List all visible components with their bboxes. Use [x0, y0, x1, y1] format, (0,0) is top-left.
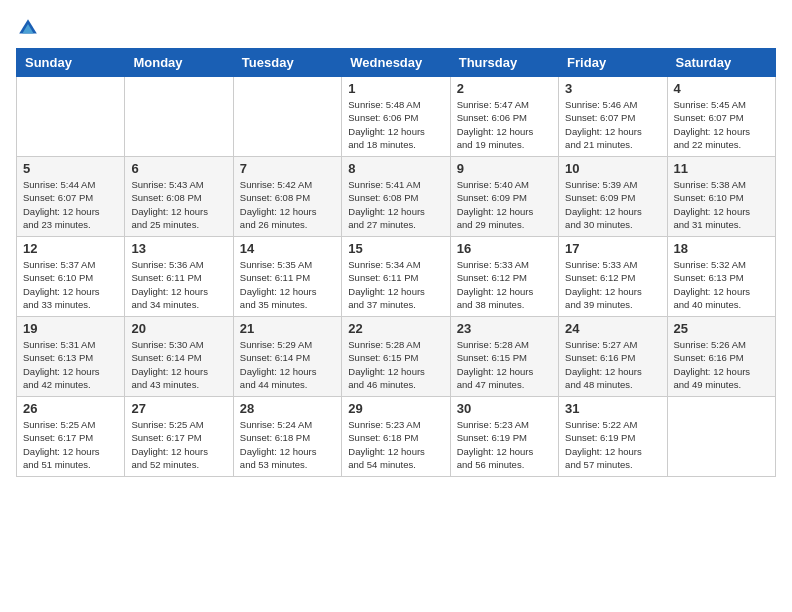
day-info: Sunrise: 5:23 AM Sunset: 6:18 PM Dayligh… — [348, 418, 443, 471]
day-cell: 3Sunrise: 5:46 AM Sunset: 6:07 PM Daylig… — [559, 77, 667, 157]
day-number: 22 — [348, 321, 443, 336]
day-number: 28 — [240, 401, 335, 416]
day-cell: 16Sunrise: 5:33 AM Sunset: 6:12 PM Dayli… — [450, 237, 558, 317]
day-number: 26 — [23, 401, 118, 416]
day-info: Sunrise: 5:47 AM Sunset: 6:06 PM Dayligh… — [457, 98, 552, 151]
day-info: Sunrise: 5:28 AM Sunset: 6:15 PM Dayligh… — [457, 338, 552, 391]
day-cell: 6Sunrise: 5:43 AM Sunset: 6:08 PM Daylig… — [125, 157, 233, 237]
day-cell: 1Sunrise: 5:48 AM Sunset: 6:06 PM Daylig… — [342, 77, 450, 157]
day-cell: 5Sunrise: 5:44 AM Sunset: 6:07 PM Daylig… — [17, 157, 125, 237]
day-number: 15 — [348, 241, 443, 256]
day-info: Sunrise: 5:42 AM Sunset: 6:08 PM Dayligh… — [240, 178, 335, 231]
day-number: 24 — [565, 321, 660, 336]
day-number: 19 — [23, 321, 118, 336]
day-cell: 18Sunrise: 5:32 AM Sunset: 6:13 PM Dayli… — [667, 237, 775, 317]
header-tuesday: Tuesday — [233, 49, 341, 77]
day-cell: 13Sunrise: 5:36 AM Sunset: 6:11 PM Dayli… — [125, 237, 233, 317]
day-cell: 2Sunrise: 5:47 AM Sunset: 6:06 PM Daylig… — [450, 77, 558, 157]
day-cell: 17Sunrise: 5:33 AM Sunset: 6:12 PM Dayli… — [559, 237, 667, 317]
header — [16, 16, 776, 40]
header-wednesday: Wednesday — [342, 49, 450, 77]
day-number: 2 — [457, 81, 552, 96]
day-cell — [17, 77, 125, 157]
day-info: Sunrise: 5:33 AM Sunset: 6:12 PM Dayligh… — [457, 258, 552, 311]
day-number: 7 — [240, 161, 335, 176]
day-cell: 4Sunrise: 5:45 AM Sunset: 6:07 PM Daylig… — [667, 77, 775, 157]
header-row: SundayMondayTuesdayWednesdayThursdayFrid… — [17, 49, 776, 77]
day-cell: 19Sunrise: 5:31 AM Sunset: 6:13 PM Dayli… — [17, 317, 125, 397]
day-number: 3 — [565, 81, 660, 96]
day-info: Sunrise: 5:33 AM Sunset: 6:12 PM Dayligh… — [565, 258, 660, 311]
day-cell — [667, 397, 775, 477]
day-number: 31 — [565, 401, 660, 416]
day-info: Sunrise: 5:26 AM Sunset: 6:16 PM Dayligh… — [674, 338, 769, 391]
header-saturday: Saturday — [667, 49, 775, 77]
day-number: 13 — [131, 241, 226, 256]
logo-icon — [16, 16, 40, 40]
day-number: 5 — [23, 161, 118, 176]
day-info: Sunrise: 5:25 AM Sunset: 6:17 PM Dayligh… — [23, 418, 118, 471]
header-friday: Friday — [559, 49, 667, 77]
day-cell: 9Sunrise: 5:40 AM Sunset: 6:09 PM Daylig… — [450, 157, 558, 237]
day-number: 6 — [131, 161, 226, 176]
day-info: Sunrise: 5:43 AM Sunset: 6:08 PM Dayligh… — [131, 178, 226, 231]
day-info: Sunrise: 5:28 AM Sunset: 6:15 PM Dayligh… — [348, 338, 443, 391]
day-cell: 14Sunrise: 5:35 AM Sunset: 6:11 PM Dayli… — [233, 237, 341, 317]
day-number: 27 — [131, 401, 226, 416]
day-cell: 7Sunrise: 5:42 AM Sunset: 6:08 PM Daylig… — [233, 157, 341, 237]
week-row-4: 26Sunrise: 5:25 AM Sunset: 6:17 PM Dayli… — [17, 397, 776, 477]
day-cell — [125, 77, 233, 157]
day-info: Sunrise: 5:44 AM Sunset: 6:07 PM Dayligh… — [23, 178, 118, 231]
logo — [16, 16, 44, 40]
day-number: 16 — [457, 241, 552, 256]
day-info: Sunrise: 5:35 AM Sunset: 6:11 PM Dayligh… — [240, 258, 335, 311]
day-info: Sunrise: 5:31 AM Sunset: 6:13 PM Dayligh… — [23, 338, 118, 391]
day-number: 17 — [565, 241, 660, 256]
calendar-header: SundayMondayTuesdayWednesdayThursdayFrid… — [17, 49, 776, 77]
day-number: 21 — [240, 321, 335, 336]
header-sunday: Sunday — [17, 49, 125, 77]
day-cell: 12Sunrise: 5:37 AM Sunset: 6:10 PM Dayli… — [17, 237, 125, 317]
day-cell: 15Sunrise: 5:34 AM Sunset: 6:11 PM Dayli… — [342, 237, 450, 317]
week-row-1: 5Sunrise: 5:44 AM Sunset: 6:07 PM Daylig… — [17, 157, 776, 237]
day-cell: 20Sunrise: 5:30 AM Sunset: 6:14 PM Dayli… — [125, 317, 233, 397]
day-info: Sunrise: 5:40 AM Sunset: 6:09 PM Dayligh… — [457, 178, 552, 231]
week-row-0: 1Sunrise: 5:48 AM Sunset: 6:06 PM Daylig… — [17, 77, 776, 157]
day-number: 10 — [565, 161, 660, 176]
day-info: Sunrise: 5:38 AM Sunset: 6:10 PM Dayligh… — [674, 178, 769, 231]
header-thursday: Thursday — [450, 49, 558, 77]
day-info: Sunrise: 5:45 AM Sunset: 6:07 PM Dayligh… — [674, 98, 769, 151]
day-cell: 23Sunrise: 5:28 AM Sunset: 6:15 PM Dayli… — [450, 317, 558, 397]
day-cell: 31Sunrise: 5:22 AM Sunset: 6:19 PM Dayli… — [559, 397, 667, 477]
day-info: Sunrise: 5:30 AM Sunset: 6:14 PM Dayligh… — [131, 338, 226, 391]
day-cell: 29Sunrise: 5:23 AM Sunset: 6:18 PM Dayli… — [342, 397, 450, 477]
day-cell: 28Sunrise: 5:24 AM Sunset: 6:18 PM Dayli… — [233, 397, 341, 477]
day-info: Sunrise: 5:27 AM Sunset: 6:16 PM Dayligh… — [565, 338, 660, 391]
day-cell: 11Sunrise: 5:38 AM Sunset: 6:10 PM Dayli… — [667, 157, 775, 237]
day-number: 14 — [240, 241, 335, 256]
day-number: 8 — [348, 161, 443, 176]
day-cell: 22Sunrise: 5:28 AM Sunset: 6:15 PM Dayli… — [342, 317, 450, 397]
week-row-2: 12Sunrise: 5:37 AM Sunset: 6:10 PM Dayli… — [17, 237, 776, 317]
day-cell: 25Sunrise: 5:26 AM Sunset: 6:16 PM Dayli… — [667, 317, 775, 397]
day-cell: 30Sunrise: 5:23 AM Sunset: 6:19 PM Dayli… — [450, 397, 558, 477]
day-cell: 10Sunrise: 5:39 AM Sunset: 6:09 PM Dayli… — [559, 157, 667, 237]
day-info: Sunrise: 5:32 AM Sunset: 6:13 PM Dayligh… — [674, 258, 769, 311]
day-info: Sunrise: 5:24 AM Sunset: 6:18 PM Dayligh… — [240, 418, 335, 471]
day-number: 25 — [674, 321, 769, 336]
day-info: Sunrise: 5:29 AM Sunset: 6:14 PM Dayligh… — [240, 338, 335, 391]
calendar-body: 1Sunrise: 5:48 AM Sunset: 6:06 PM Daylig… — [17, 77, 776, 477]
day-number: 11 — [674, 161, 769, 176]
day-info: Sunrise: 5:36 AM Sunset: 6:11 PM Dayligh… — [131, 258, 226, 311]
day-info: Sunrise: 5:39 AM Sunset: 6:09 PM Dayligh… — [565, 178, 660, 231]
day-cell: 24Sunrise: 5:27 AM Sunset: 6:16 PM Dayli… — [559, 317, 667, 397]
day-number: 1 — [348, 81, 443, 96]
day-number: 29 — [348, 401, 443, 416]
day-cell: 21Sunrise: 5:29 AM Sunset: 6:14 PM Dayli… — [233, 317, 341, 397]
day-info: Sunrise: 5:25 AM Sunset: 6:17 PM Dayligh… — [131, 418, 226, 471]
day-info: Sunrise: 5:23 AM Sunset: 6:19 PM Dayligh… — [457, 418, 552, 471]
day-number: 4 — [674, 81, 769, 96]
day-info: Sunrise: 5:46 AM Sunset: 6:07 PM Dayligh… — [565, 98, 660, 151]
header-monday: Monday — [125, 49, 233, 77]
day-info: Sunrise: 5:37 AM Sunset: 6:10 PM Dayligh… — [23, 258, 118, 311]
